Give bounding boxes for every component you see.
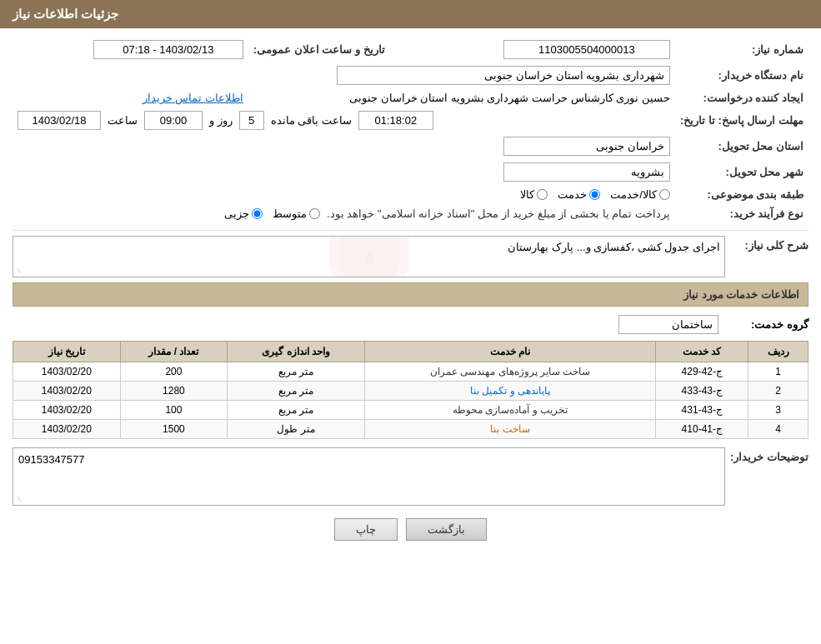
buyer-org-input: شهرداری بشرویه استان خراسان جنوبی bbox=[337, 66, 670, 85]
province-label: استان محل تحویل: bbox=[675, 133, 808, 159]
province-value: خراسان جنوبی bbox=[13, 133, 675, 159]
resize-handle[interactable]: ⟋ bbox=[15, 266, 23, 275]
city-input: بشرویه bbox=[503, 162, 670, 182]
page-title: جزئیات اطلاعات نیاز bbox=[13, 7, 118, 21]
category-options: کالا/خدمت خدمت کالا bbox=[13, 185, 675, 204]
buyer-org-label: نام دستگاه خریدار: bbox=[675, 62, 808, 88]
cell-row: 2 bbox=[748, 382, 808, 401]
cell-unit: متر مربع bbox=[228, 362, 365, 382]
col-header-qty: تعداد / مقدار bbox=[120, 342, 228, 362]
cell-qty: 1500 bbox=[120, 420, 228, 439]
info-table: شماره نیاز: 1103005504000013 تاریخ و ساع… bbox=[13, 37, 808, 223]
service-group-label: گروه خدمت: bbox=[725, 318, 808, 331]
purchase-radio-mutavasset[interactable]: متوسط bbox=[273, 207, 320, 220]
cell-row: 3 bbox=[748, 401, 808, 420]
purchase-type-label: نوع فرآیند خرید: bbox=[675, 204, 808, 223]
day-label: روز و bbox=[209, 114, 233, 127]
buyer-description-text: 09153347577 bbox=[18, 453, 719, 466]
buyer-description-row: توضیحات خریدار: 09153347577 ⟋ bbox=[13, 447, 808, 506]
response-time-input: 09:00 bbox=[144, 111, 203, 130]
need-description-row: شرح کلی نیاز: A اجرای جدول کشی ،کفسازی و… bbox=[13, 236, 808, 277]
cell-name: تخریب و آماده‌سازی محوطه bbox=[364, 401, 655, 420]
response-deadline-row: 01:18:02 ساعت باقی مانده 5 روز و 09:00 س… bbox=[13, 107, 675, 133]
province-input: خراسان جنوبی bbox=[503, 137, 670, 156]
announce-datetime-label: تاریخ و ساعت اعلان عمومی: bbox=[248, 37, 390, 62]
cell-qty: 1280 bbox=[120, 382, 228, 401]
city-value: بشرویه bbox=[13, 159, 675, 185]
announce-datetime-value: 1403/02/13 - 07:18 bbox=[13, 37, 248, 62]
response-remaining-input: 01:18:02 bbox=[358, 111, 433, 130]
cell-date: 1403/02/20 bbox=[13, 362, 121, 382]
table-row: 4 ج-41-410 ساخت بنا متر طول 1500 1403/02… bbox=[13, 420, 808, 439]
need-description-label: شرح کلی نیاز: bbox=[725, 236, 808, 252]
remaining-label: ساعت باقی مانده bbox=[271, 114, 352, 127]
cell-unit: متر مربع bbox=[228, 401, 365, 420]
category-radio-kala-khedmat[interactable]: کالا/خدمت bbox=[610, 188, 670, 201]
creator-value: حسین نوری کارشناس حراست شهرداری بشرویه ا… bbox=[248, 88, 675, 107]
buyer-description-label: توضیحات خریدار: bbox=[725, 447, 808, 463]
cell-name: ساخت سایر پروژه‌های مهندسی عمران bbox=[364, 362, 655, 382]
cell-code: ج-43-431 bbox=[656, 401, 748, 420]
col-header-unit: واحد اندازه گیری bbox=[228, 342, 365, 362]
service-group-input: ساختمان bbox=[618, 315, 718, 334]
cell-name: پایاندهی و تکمیل بنا bbox=[364, 382, 655, 401]
cell-code: ج-42-429 bbox=[656, 362, 748, 382]
table-row: 3 ج-43-431 تخریب و آماده‌سازی محوطه متر … bbox=[13, 401, 808, 420]
creator-label: ایجاد کننده درخواست: bbox=[675, 88, 808, 107]
table-row: 2 ج-43-433 پایاندهی و تکمیل بنا متر مربع… bbox=[13, 382, 808, 401]
cell-qty: 200 bbox=[120, 362, 228, 382]
cell-date: 1403/02/20 bbox=[13, 401, 121, 420]
col-header-code: کد خدمت bbox=[656, 342, 748, 362]
city-label: شهر محل تحویل: bbox=[675, 159, 808, 185]
table-row: 1 ج-42-429 ساخت سایر پروژه‌های مهندسی عم… bbox=[13, 362, 808, 382]
response-date-input: 1403/02/18 bbox=[18, 111, 101, 130]
page-header: جزئیات اطلاعات نیاز bbox=[0, 0, 821, 28]
buyer-description-box: 09153347577 ⟋ bbox=[13, 447, 725, 506]
separator-1 bbox=[13, 230, 808, 231]
buyer-org-value: شهرداری بشرویه استان خراسان جنوبی bbox=[13, 62, 675, 88]
response-days-input: 5 bbox=[239, 111, 264, 130]
cell-code: ج-43-433 bbox=[656, 382, 748, 401]
cell-unit: متر طول bbox=[228, 420, 365, 439]
watermark-shield: A bbox=[319, 236, 419, 277]
category-radio-khedmat[interactable]: خدمت bbox=[558, 188, 600, 201]
print-button[interactable]: چاپ bbox=[334, 518, 398, 541]
purchase-type-row: پرداخت تمام یا بخشی از مبلغ خرید از محل … bbox=[13, 204, 675, 223]
need-description-text: اجرای جدول کشی ،کفسازی و... پارک بهارستا… bbox=[508, 241, 720, 253]
col-header-row: ردیف bbox=[748, 342, 808, 362]
col-header-date: تاریخ نیاز bbox=[13, 342, 121, 362]
cell-date: 1403/02/20 bbox=[13, 382, 121, 401]
cell-row: 1 bbox=[748, 362, 808, 382]
cell-qty: 100 bbox=[120, 401, 228, 420]
purchase-note: پرداخت تمام یا بخشی از مبلغ خرید از محل … bbox=[327, 207, 670, 220]
need-number-label: شماره نیاز: bbox=[675, 37, 808, 62]
cell-unit: متر مربع bbox=[228, 382, 365, 401]
col-header-name: نام خدمت bbox=[364, 342, 655, 362]
need-number-input: 1103005504000013 bbox=[503, 40, 670, 59]
services-section-title: اطلاعات خدمات مورد نیاز bbox=[13, 282, 808, 307]
response-deadline-label: مهلت ارسال پاسخ: تا تاریخ: bbox=[675, 107, 808, 133]
time-label: ساعت bbox=[108, 114, 138, 127]
cell-name: ساخت بنا bbox=[364, 420, 655, 439]
services-table: ردیف کد خدمت نام خدمت واحد اندازه گیری ت… bbox=[13, 341, 808, 439]
cell-code: ج-41-410 bbox=[656, 420, 748, 439]
need-description-box: A اجرای جدول کشی ،کفسازی و... پارک بهارس… bbox=[13, 236, 725, 277]
svg-text:A: A bbox=[363, 250, 375, 271]
category-radio-kala[interactable]: کالا bbox=[520, 188, 548, 201]
announce-datetime-input: 1403/02/13 - 07:18 bbox=[93, 40, 243, 59]
service-group-row: گروه خدمت: ساختمان bbox=[13, 315, 808, 334]
purchase-radio-jozi[interactable]: جزیی bbox=[224, 207, 263, 220]
back-button[interactable]: بازگشت bbox=[406, 518, 487, 541]
resize-handle-2[interactable]: ⟋ bbox=[15, 494, 23, 503]
button-row: بازگشت چاپ bbox=[13, 518, 808, 541]
contact-link[interactable]: اطلاعات تماس خریدار bbox=[143, 92, 243, 104]
category-label: طبقه بندی موضوعی: bbox=[675, 185, 808, 204]
cell-row: 4 bbox=[748, 420, 808, 439]
need-number-value: 1103005504000013 bbox=[415, 37, 675, 62]
cell-date: 1403/02/20 bbox=[13, 420, 121, 439]
